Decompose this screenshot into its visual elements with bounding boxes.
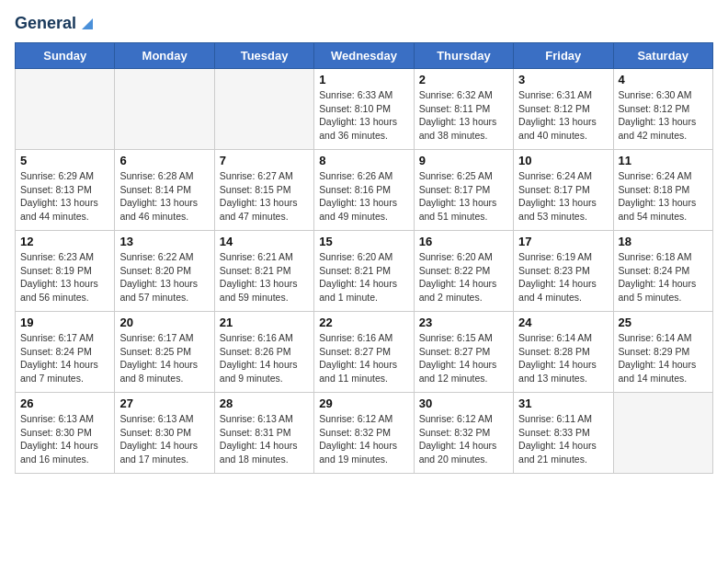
day-info: Sunrise: 6:28 AM Sunset: 8:14 PM Dayligh… (119, 169, 209, 224)
calendar-cell: 2Sunrise: 6:32 AM Sunset: 8:11 PM Daylig… (414, 69, 513, 150)
day-info: Sunrise: 6:24 AM Sunset: 8:18 PM Dayligh… (619, 169, 708, 224)
day-number: 15 (319, 235, 408, 248)
day-number: 16 (419, 235, 508, 248)
calendar-week-row: 12Sunrise: 6:23 AM Sunset: 8:19 PM Dayli… (16, 231, 713, 312)
calendar-cell: 19Sunrise: 6:17 AM Sunset: 8:24 PM Dayli… (16, 312, 115, 393)
day-number: 1 (319, 73, 408, 86)
calendar-cell: 31Sunrise: 6:11 AM Sunset: 8:33 PM Dayli… (514, 393, 613, 474)
day-number: 29 (319, 396, 408, 410)
calendar-cell: 27Sunrise: 6:13 AM Sunset: 8:30 PM Dayli… (115, 393, 214, 474)
day-info: Sunrise: 6:32 AM Sunset: 8:11 PM Dayligh… (419, 88, 508, 143)
day-number: 10 (518, 154, 608, 167)
day-number: 23 (419, 316, 508, 329)
day-number: 4 (619, 73, 708, 86)
day-number: 5 (20, 154, 109, 167)
day-number: 30 (419, 396, 508, 410)
calendar-cell: 11Sunrise: 6:24 AM Sunset: 8:18 PM Dayli… (613, 150, 712, 231)
weekday-header-monday: Monday (115, 43, 214, 69)
weekday-header-thursday: Thursday (414, 43, 513, 69)
day-info: Sunrise: 6:20 AM Sunset: 8:21 PM Dayligh… (319, 250, 408, 304)
day-number: 25 (619, 316, 708, 329)
calendar-cell: 4Sunrise: 6:30 AM Sunset: 8:12 PM Daylig… (613, 69, 712, 150)
day-info: Sunrise: 6:20 AM Sunset: 8:22 PM Dayligh… (419, 250, 508, 304)
logo-text-general: General (15, 15, 76, 33)
calendar-cell: 10Sunrise: 6:24 AM Sunset: 8:17 PM Dayli… (514, 150, 613, 231)
calendar-cell: 22Sunrise: 6:16 AM Sunset: 8:27 PM Dayli… (314, 312, 414, 393)
day-info: Sunrise: 6:26 AM Sunset: 8:16 PM Dayligh… (319, 169, 408, 224)
day-info: Sunrise: 6:33 AM Sunset: 8:10 PM Dayligh… (319, 88, 408, 143)
calendar-cell: 14Sunrise: 6:21 AM Sunset: 8:21 PM Dayli… (214, 231, 313, 312)
weekday-header-tuesday: Tuesday (214, 43, 313, 69)
weekday-header-row: SundayMondayTuesdayWednesdayThursdayFrid… (16, 43, 713, 69)
calendar-cell: 6Sunrise: 6:28 AM Sunset: 8:14 PM Daylig… (115, 150, 214, 231)
day-number: 14 (220, 235, 309, 248)
day-info: Sunrise: 6:22 AM Sunset: 8:20 PM Dayligh… (119, 250, 209, 304)
day-number: 21 (220, 316, 309, 329)
calendar-cell: 7Sunrise: 6:27 AM Sunset: 8:15 PM Daylig… (214, 150, 313, 231)
day-number: 22 (319, 316, 408, 329)
calendar-week-row: 26Sunrise: 6:13 AM Sunset: 8:30 PM Dayli… (16, 393, 713, 474)
page-header: General (15, 15, 713, 33)
day-info: Sunrise: 6:13 AM Sunset: 8:30 PM Dayligh… (119, 412, 209, 466)
calendar-week-row: 1Sunrise: 6:33 AM Sunset: 8:10 PM Daylig… (16, 69, 713, 150)
day-info: Sunrise: 6:15 AM Sunset: 8:27 PM Dayligh… (419, 331, 508, 385)
calendar-cell: 15Sunrise: 6:20 AM Sunset: 8:21 PM Dayli… (314, 231, 414, 312)
day-info: Sunrise: 6:13 AM Sunset: 8:30 PM Dayligh… (20, 412, 109, 466)
calendar-cell (16, 69, 115, 150)
day-number: 17 (518, 235, 608, 248)
day-info: Sunrise: 6:30 AM Sunset: 8:12 PM Dayligh… (619, 88, 708, 143)
calendar-cell (613, 393, 712, 474)
day-number: 27 (119, 396, 209, 410)
weekday-header-friday: Friday (514, 43, 613, 69)
day-number: 12 (20, 235, 109, 248)
weekday-header-wednesday: Wednesday (314, 43, 414, 69)
day-info: Sunrise: 6:17 AM Sunset: 8:25 PM Dayligh… (119, 331, 209, 385)
day-info: Sunrise: 6:31 AM Sunset: 8:12 PM Dayligh… (518, 88, 608, 143)
day-info: Sunrise: 6:16 AM Sunset: 8:26 PM Dayligh… (220, 331, 309, 385)
calendar-cell: 5Sunrise: 6:29 AM Sunset: 8:13 PM Daylig… (16, 150, 115, 231)
calendar-cell: 18Sunrise: 6:18 AM Sunset: 8:24 PM Dayli… (613, 231, 712, 312)
calendar-cell: 17Sunrise: 6:19 AM Sunset: 8:23 PM Dayli… (514, 231, 613, 312)
calendar-cell: 1Sunrise: 6:33 AM Sunset: 8:10 PM Daylig… (314, 69, 414, 150)
calendar-cell: 25Sunrise: 6:14 AM Sunset: 8:29 PM Dayli… (613, 312, 712, 393)
logo-triangle-icon (78, 15, 97, 33)
day-number: 11 (619, 154, 708, 167)
day-info: Sunrise: 6:21 AM Sunset: 8:21 PM Dayligh… (220, 250, 309, 304)
day-info: Sunrise: 6:18 AM Sunset: 8:24 PM Dayligh… (619, 250, 708, 304)
day-info: Sunrise: 6:17 AM Sunset: 8:24 PM Dayligh… (20, 331, 109, 385)
calendar-cell: 20Sunrise: 6:17 AM Sunset: 8:25 PM Dayli… (115, 312, 214, 393)
calendar-cell (115, 69, 214, 150)
day-number: 18 (619, 235, 708, 248)
day-number: 20 (119, 316, 209, 329)
day-info: Sunrise: 6:12 AM Sunset: 8:32 PM Dayligh… (419, 412, 508, 466)
day-info: Sunrise: 6:19 AM Sunset: 8:23 PM Dayligh… (518, 250, 608, 304)
calendar-week-row: 19Sunrise: 6:17 AM Sunset: 8:24 PM Dayli… (16, 312, 713, 393)
logo: General (15, 15, 97, 33)
weekday-header-sunday: Sunday (16, 43, 115, 69)
day-info: Sunrise: 6:13 AM Sunset: 8:31 PM Dayligh… (220, 412, 309, 466)
calendar-cell: 21Sunrise: 6:16 AM Sunset: 8:26 PM Dayli… (214, 312, 313, 393)
weekday-header-saturday: Saturday (613, 43, 712, 69)
day-number: 19 (20, 316, 109, 329)
calendar-cell: 28Sunrise: 6:13 AM Sunset: 8:31 PM Dayli… (214, 393, 313, 474)
day-info: Sunrise: 6:29 AM Sunset: 8:13 PM Dayligh… (20, 169, 109, 224)
day-info: Sunrise: 6:14 AM Sunset: 8:28 PM Dayligh… (518, 331, 608, 385)
day-number: 26 (20, 396, 109, 410)
calendar-table: SundayMondayTuesdayWednesdayThursdayFrid… (15, 42, 713, 474)
day-number: 28 (220, 396, 309, 410)
day-number: 9 (419, 154, 508, 167)
calendar-cell: 3Sunrise: 6:31 AM Sunset: 8:12 PM Daylig… (514, 69, 613, 150)
day-info: Sunrise: 6:24 AM Sunset: 8:17 PM Dayligh… (518, 169, 608, 224)
day-info: Sunrise: 6:23 AM Sunset: 8:19 PM Dayligh… (20, 250, 109, 304)
day-info: Sunrise: 6:12 AM Sunset: 8:32 PM Dayligh… (319, 412, 408, 466)
day-number: 3 (518, 73, 608, 86)
calendar-cell: 23Sunrise: 6:15 AM Sunset: 8:27 PM Dayli… (414, 312, 513, 393)
calendar-cell (214, 69, 313, 150)
day-info: Sunrise: 6:14 AM Sunset: 8:29 PM Dayligh… (619, 331, 708, 385)
day-info: Sunrise: 6:16 AM Sunset: 8:27 PM Dayligh… (319, 331, 408, 385)
svg-marker-0 (82, 18, 93, 29)
calendar-cell: 29Sunrise: 6:12 AM Sunset: 8:32 PM Dayli… (314, 393, 414, 474)
day-info: Sunrise: 6:11 AM Sunset: 8:33 PM Dayligh… (518, 412, 608, 466)
calendar-cell: 26Sunrise: 6:13 AM Sunset: 8:30 PM Dayli… (16, 393, 115, 474)
day-number: 6 (119, 154, 209, 167)
